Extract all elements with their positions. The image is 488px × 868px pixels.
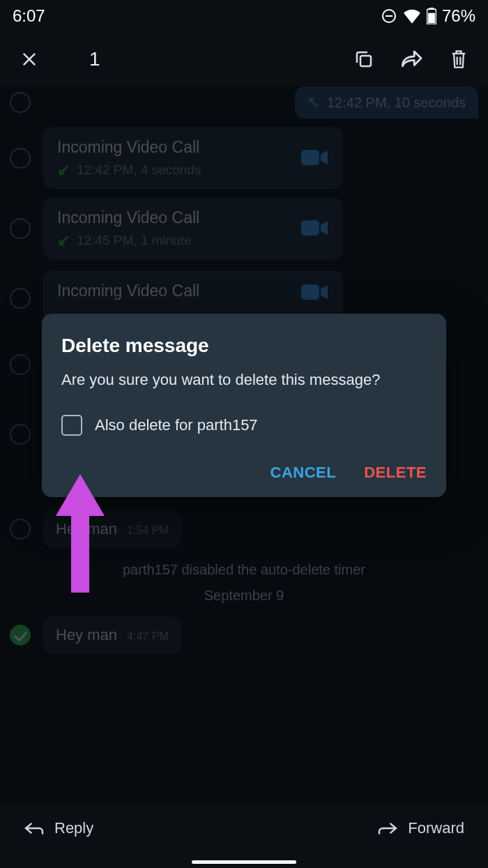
arrow-in-icon: ↙ — [57, 161, 70, 179]
select-circle-checked[interactable] — [10, 625, 31, 646]
delete-button[interactable]: DELETE — [364, 464, 427, 482]
dialog-title: Delete message — [61, 335, 427, 357]
message-row[interactable]: Hey man 1:54 PM — [0, 506, 488, 552]
cancel-button[interactable]: CANCEL — [270, 464, 337, 482]
message-bubble: Hey man 1:54 PM — [43, 510, 181, 548]
select-circle[interactable] — [10, 148, 31, 169]
call-bubble: Incoming Video Call ↙ 12:42 PM, 4 second… — [43, 127, 343, 189]
battery-icon — [427, 8, 436, 24]
message-time: 4:47 PM — [127, 630, 169, 643]
call-title: Incoming Video Call — [57, 208, 290, 227]
call-title: Incoming Video Call — [57, 282, 290, 300]
message-row[interactable]: ↗ 12:42 PM, 10 seconds — [0, 86, 488, 123]
date-divider: September 9 — [0, 588, 488, 604]
svg-rect-10 — [301, 284, 319, 300]
svg-rect-7 — [360, 56, 371, 66]
outgoing-call-fragment: ↗ 12:42 PM, 10 seconds — [295, 86, 478, 119]
checkbox-label: Also delete for parth157 — [95, 416, 258, 434]
call-meta: 12:42 PM, 10 seconds — [327, 95, 466, 111]
forward-icon[interactable] — [396, 44, 427, 75]
svg-rect-8 — [301, 150, 319, 165]
message-row[interactable]: Incoming Video Call ↙ 12:45 PM, 1 minute — [0, 193, 488, 264]
dialog-body: Are you sure you want to delete this mes… — [61, 370, 427, 391]
selection-action-bar: 1 — [0, 32, 488, 86]
reply-button[interactable]: Reply — [24, 819, 93, 837]
select-circle[interactable] — [10, 424, 31, 445]
forward-button[interactable]: Forward — [377, 819, 464, 837]
select-circle[interactable] — [10, 92, 31, 113]
status-bar: 6:07 76% — [0, 0, 488, 32]
message-time: 1:54 PM — [127, 524, 169, 537]
battery-percent: 76% — [442, 6, 475, 26]
dnd-icon — [381, 8, 397, 24]
video-camera-icon — [301, 218, 329, 241]
select-circle[interactable] — [10, 519, 31, 540]
svg-rect-4 — [428, 13, 435, 24]
message-row[interactable]: Hey man 4:47 PM — [0, 612, 488, 658]
call-bubble: Incoming Video Call ↙ 12:45 PM, 1 minute — [43, 197, 343, 259]
delete-dialog: Delete message Are you sure you want to … — [42, 314, 446, 497]
selection-count: 1 — [89, 48, 100, 70]
call-meta: 12:42 PM, 4 seconds — [77, 162, 201, 178]
arrow-in-icon: ↙ — [57, 231, 70, 250]
copy-icon[interactable] — [349, 44, 379, 75]
video-camera-icon — [301, 148, 329, 170]
svg-rect-9 — [301, 220, 319, 236]
message-text: Hey man — [56, 626, 117, 644]
forward-label: Forward — [408, 819, 464, 837]
arrow-out-icon: ↗ — [307, 93, 320, 112]
home-indicator — [192, 860, 296, 864]
select-circle[interactable] — [10, 288, 31, 309]
message-row[interactable]: Incoming Video Call ↙ 12:42 PM, 4 second… — [0, 123, 488, 193]
message-bubble: Hey man 4:47 PM — [43, 616, 181, 654]
select-circle[interactable] — [10, 218, 31, 239]
status-time: 6:07 — [13, 6, 45, 26]
system-message: parth157 disabled the auto-delete timer — [0, 562, 488, 578]
reply-label: Reply — [54, 819, 93, 837]
also-delete-row[interactable]: Also delete for parth157 — [61, 415, 427, 436]
bottom-action-bar: Reply Forward — [0, 802, 488, 854]
message-text: Hey man — [56, 520, 117, 538]
checkbox-icon[interactable] — [61, 415, 82, 436]
wifi-icon — [403, 8, 421, 24]
video-camera-icon — [301, 282, 329, 305]
call-meta: 12:45 PM, 1 minute — [77, 233, 192, 248]
call-title: Incoming Video Call — [57, 138, 290, 157]
close-icon[interactable] — [14, 44, 45, 75]
select-circle[interactable] — [10, 354, 31, 375]
delete-icon[interactable] — [443, 44, 474, 75]
